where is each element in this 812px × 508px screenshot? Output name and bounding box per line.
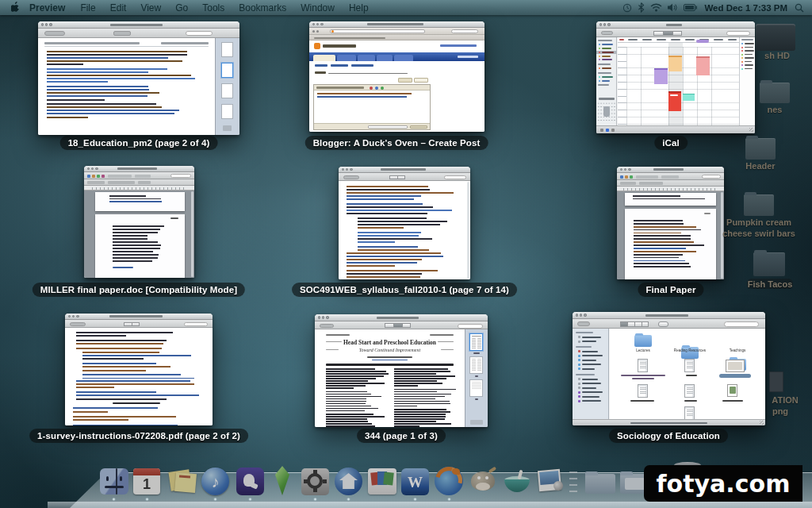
text-line [317, 93, 412, 94]
paper-title: Head Start and Preschool Education [315, 339, 465, 346]
menu-go[interactable]: Go [168, 2, 195, 13]
text-line [47, 89, 149, 90]
menu-tools[interactable]: Tools [195, 2, 232, 13]
desktop-icon-png-file[interactable] [769, 371, 783, 392]
spotlight-icon[interactable] [795, 3, 804, 13]
desktop-label[interactable]: nes [768, 105, 783, 114]
text-line [73, 416, 176, 418]
desktop-icon-folder-pumpkin[interactable] [744, 194, 774, 216]
menu-bookmarks[interactable]: Bookmarks [232, 2, 293, 13]
text-line [47, 68, 167, 70]
text-line [326, 398, 366, 400]
text-line [347, 270, 438, 271]
sync-status-icon[interactable] [622, 3, 632, 13]
window-preview-survey-instructions[interactable] [65, 314, 213, 425]
desktop-icon-folder-header[interactable] [745, 138, 776, 160]
text-line [394, 411, 450, 413]
desktop-icon-folder[interactable] [760, 83, 790, 103]
text-line [113, 232, 158, 233]
desktop-label[interactable]: Header [745, 161, 775, 171]
text-line [326, 396, 381, 398]
text-line [47, 92, 159, 94]
menu-window[interactable]: Window [293, 2, 342, 13]
expose-label[interactable]: Sociology of Education [609, 429, 728, 443]
calendar-event-red[interactable] [668, 91, 681, 111]
document-text [76, 380, 200, 401]
menu-view[interactable]: View [133, 2, 168, 13]
window-preview-18-education[interactable] [38, 21, 239, 135]
text-line [358, 246, 418, 248]
text-line [47, 99, 105, 101]
window-preview-soc491-syllabus[interactable] [339, 167, 470, 279]
window-word-miller-paper[interactable] [84, 166, 194, 278]
menu-help[interactable]: Help [342, 2, 376, 13]
finder-folder-label[interactable]: Lectures [619, 348, 667, 352]
text-line [394, 373, 436, 375]
menu-file[interactable]: File [73, 2, 102, 13]
desktop-icon-macintosh-hd[interactable] [756, 24, 795, 51]
window-ical[interactable] [596, 21, 755, 133]
apple-logo-icon[interactable] [11, 2, 21, 13]
text-line [109, 198, 161, 200]
text-line [47, 64, 83, 65]
text-line [634, 229, 701, 231]
expose-label[interactable]: Final Paper [638, 283, 703, 297]
text-line [109, 195, 146, 197]
text-line [347, 273, 422, 275]
text-line [47, 103, 156, 105]
calendar-event-orange[interactable] [668, 56, 682, 71]
finder-folder-label[interactable]: Teachings [714, 348, 761, 352]
text-line [634, 226, 696, 228]
calendar-event-purple[interactable] [654, 68, 668, 84]
document-text [347, 252, 459, 279]
expose-label[interactable]: Blogger: A Duck's Oven – Create Post [305, 136, 488, 150]
desktop-label[interactable]: Fish Tacos [748, 279, 793, 289]
finder-folder-label[interactable]: Reading Resources [666, 348, 714, 352]
window-blogger-create-post[interactable] [309, 21, 485, 132]
text-line [76, 398, 167, 400]
desktop-label[interactable]: Pumpkin cream [726, 217, 791, 227]
page-text [113, 225, 167, 267]
window-preview-344[interactable]: Head Start and Preschool Education Towar… [315, 314, 488, 427]
window-word-final-paper[interactable] [617, 167, 724, 279]
volume-icon[interactable] [668, 3, 678, 12]
menu-edit[interactable]: Edit [103, 2, 134, 13]
text-line [394, 403, 450, 405]
text-line [634, 241, 694, 243]
text-line [76, 332, 173, 333]
text-line [47, 86, 148, 87]
menu-app-name[interactable]: Preview [21, 2, 73, 13]
text-line [326, 410, 365, 412]
text-line [347, 192, 454, 194]
window-finder-sociology[interactable]: Lectures Reading Resources Teachings [573, 312, 765, 425]
desktop-label[interactable]: png [772, 406, 788, 416]
text-line [76, 394, 199, 396]
wifi-icon[interactable] [650, 3, 662, 12]
text-line [347, 206, 433, 208]
text-line [358, 241, 395, 243]
text-line [47, 75, 191, 76]
expose-label[interactable]: 344 (page 1 of 3) [357, 429, 446, 443]
document-text [82, 352, 200, 379]
text-line [326, 408, 378, 410]
expose-label[interactable]: MILLER final paper.doc [Compatibility Mo… [33, 283, 245, 297]
expose-label[interactable]: 1-survey-instructions-072208.pdf (page 2… [29, 429, 248, 443]
expose-label[interactable]: 18_Education_pm2 (page 2 of 4) [60, 136, 218, 150]
text-line [634, 251, 696, 252]
bluetooth-icon[interactable] [638, 2, 645, 13]
battery-icon[interactable] [684, 4, 697, 11]
text-line [326, 421, 368, 422]
calendar-event-pink[interactable] [696, 56, 710, 75]
desktop-icon-folder-fish-tacos[interactable] [753, 252, 785, 276]
desktop-label[interactable]: sh HD [764, 51, 790, 60]
desktop-label[interactable]: cheese swirl bars [722, 229, 795, 238]
text-line [76, 391, 156, 393]
text-line [326, 403, 366, 405]
text-line [76, 335, 126, 337]
expose-label[interactable]: SOC491WEB_syllabus_fall2010-1 (page 7 of… [292, 283, 517, 297]
desktop-label[interactable]: ATION [772, 395, 798, 405]
expose-label[interactable]: iCal [654, 136, 688, 150]
menu-clock[interactable]: Wed Dec 1 7:33 PM [703, 3, 789, 13]
calendar-event-teal[interactable] [683, 94, 695, 101]
text-line [634, 233, 681, 234]
